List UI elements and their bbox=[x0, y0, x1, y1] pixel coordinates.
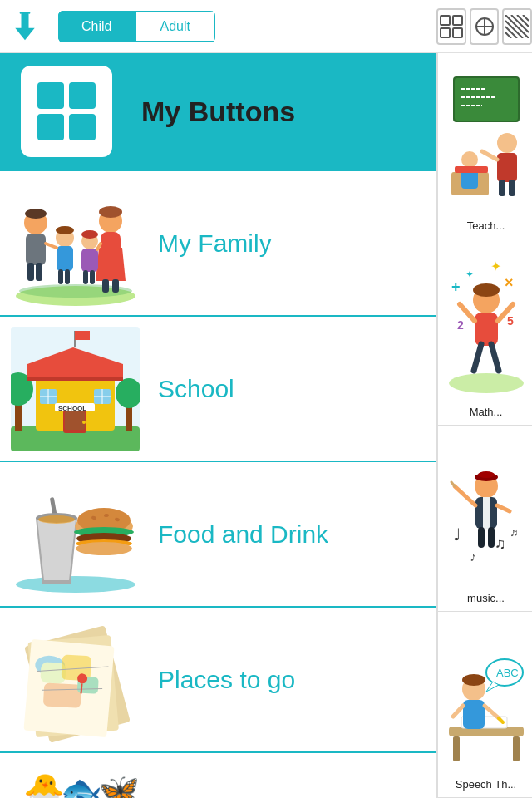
svg-rect-78 bbox=[36, 263, 42, 281]
page-title: My Buttons bbox=[133, 96, 295, 128]
list-item-family-label: My Family bbox=[158, 229, 272, 258]
svg-marker-1 bbox=[15, 27, 34, 39]
logo-inner bbox=[21, 66, 112, 157]
school-illustration: SCHOOL bbox=[11, 327, 140, 451]
list-item-food[interactable]: Food and Drink bbox=[0, 462, 436, 608]
svg-line-145 bbox=[81, 683, 81, 693]
svg-rect-83 bbox=[102, 279, 109, 293]
grid-view-button[interactable] bbox=[436, 8, 466, 45]
logo-cell-2 bbox=[69, 82, 96, 109]
svg-line-13 bbox=[523, 15, 529, 21]
svg-rect-75 bbox=[26, 234, 46, 265]
svg-point-33 bbox=[473, 283, 500, 297]
sidebar-item-math-image: + × 2 5 ✦ ✦ bbox=[438, 246, 532, 404]
svg-rect-105 bbox=[27, 377, 123, 381]
svg-rect-107 bbox=[75, 331, 90, 340]
sidebar-item-teacher[interactable]: Teach... bbox=[438, 53, 532, 239]
svg-line-24 bbox=[482, 151, 497, 160]
svg-rect-93 bbox=[83, 270, 88, 284]
svg-text:+: + bbox=[451, 278, 461, 295]
svg-text:5: 5 bbox=[507, 314, 514, 328]
svg-text:✦: ✦ bbox=[466, 268, 474, 280]
svg-text:♩: ♩ bbox=[453, 525, 461, 544]
list-item-family-image bbox=[8, 179, 141, 308]
list-item-partial[interactable]: 🐣 🐟 🦋 bbox=[0, 753, 436, 798]
svg-rect-109 bbox=[65, 411, 85, 430]
svg-text:×: × bbox=[505, 274, 514, 291]
svg-text:ABC: ABC bbox=[496, 667, 519, 679]
svg-rect-88 bbox=[58, 269, 63, 284]
svg-point-91 bbox=[81, 230, 98, 239]
list-item-places-label: Places to go bbox=[158, 666, 295, 694]
svg-rect-89 bbox=[65, 269, 70, 284]
svg-rect-2 bbox=[20, 12, 31, 14]
hatch-view-button[interactable] bbox=[502, 8, 532, 45]
svg-point-124 bbox=[38, 515, 75, 524]
svg-rect-30 bbox=[455, 166, 488, 173]
svg-text:✦: ✦ bbox=[490, 259, 501, 273]
svg-rect-5 bbox=[441, 28, 450, 37]
list-item-food-label: Food and Drink bbox=[158, 520, 328, 549]
svg-line-50 bbox=[455, 486, 475, 505]
logo-grid bbox=[37, 82, 96, 140]
svg-text:🐣: 🐣 bbox=[23, 771, 65, 798]
svg-rect-94 bbox=[90, 270, 95, 284]
sidebar-item-math-label: Math... bbox=[466, 404, 506, 420]
sidebar-item-music[interactable]: ♩ ♪ ♫ ♬ music... bbox=[438, 426, 532, 612]
main-list: My Family bbox=[0, 170, 436, 798]
svg-rect-140 bbox=[42, 682, 81, 707]
svg-rect-3 bbox=[441, 16, 450, 25]
svg-point-28 bbox=[461, 151, 478, 168]
adult-mode-button[interactable]: Adult bbox=[135, 11, 214, 42]
sidebar-item-teacher-image bbox=[438, 60, 532, 218]
svg-rect-49 bbox=[483, 497, 490, 529]
sidebar-item-speech[interactable]: ABC Speech Th... bbox=[438, 612, 532, 798]
svg-rect-26 bbox=[509, 180, 515, 196]
svg-line-16 bbox=[505, 32, 511, 38]
svg-rect-34 bbox=[475, 313, 498, 346]
svg-rect-77 bbox=[27, 263, 34, 281]
svg-line-15 bbox=[505, 27, 517, 38]
child-mode-button[interactable]: Child bbox=[58, 11, 135, 42]
pattern-view-icon bbox=[473, 15, 496, 38]
sidebar-item-speech-image: ABC bbox=[438, 618, 532, 776]
svg-marker-122 bbox=[37, 520, 76, 580]
svg-rect-65 bbox=[463, 700, 485, 729]
svg-text:♫: ♫ bbox=[495, 535, 506, 552]
svg-text:🐟: 🐟 bbox=[61, 771, 102, 798]
svg-rect-4 bbox=[453, 16, 462, 25]
app-header: My Buttons bbox=[0, 53, 436, 170]
svg-point-22 bbox=[497, 133, 517, 153]
sidebar-item-music-image: ♩ ♪ ♫ ♬ bbox=[438, 432, 532, 590]
music-illustration: ♩ ♪ ♫ ♬ bbox=[445, 441, 528, 582]
top-bar: Child Adult bbox=[0, 0, 532, 53]
svg-rect-6 bbox=[453, 28, 462, 37]
svg-rect-92 bbox=[81, 249, 98, 272]
svg-line-95 bbox=[46, 244, 57, 248]
svg-point-47 bbox=[478, 471, 495, 478]
sidebar-item-math[interactable]: + × 2 5 ✦ ✦ Math... bbox=[438, 239, 532, 426]
back-button[interactable] bbox=[0, 0, 50, 52]
list-item-school[interactable]: SCHOOL School bbox=[0, 317, 436, 462]
svg-text:♪: ♪ bbox=[470, 549, 476, 564]
sidebar-item-music-label: music... bbox=[464, 590, 508, 606]
teacher-illustration bbox=[445, 68, 528, 209]
svg-rect-54 bbox=[488, 527, 495, 548]
list-item-family[interactable]: My Family bbox=[0, 171, 436, 317]
svg-point-86 bbox=[56, 226, 74, 234]
svg-rect-61 bbox=[513, 736, 520, 761]
pattern-view-button[interactable] bbox=[470, 8, 500, 45]
mode-toggle: Child Adult bbox=[58, 11, 215, 42]
svg-text:2: 2 bbox=[457, 318, 464, 332]
svg-line-37 bbox=[474, 344, 481, 371]
svg-line-67 bbox=[453, 706, 463, 717]
svg-point-133 bbox=[76, 542, 132, 555]
list-item-school-label: School bbox=[158, 375, 234, 403]
speech-illustration: ABC bbox=[445, 627, 528, 768]
top-right-icons bbox=[436, 0, 532, 53]
svg-rect-60 bbox=[453, 736, 460, 761]
food-illustration bbox=[11, 472, 140, 597]
hatch-view-icon bbox=[505, 15, 529, 38]
svg-point-31 bbox=[449, 373, 524, 393]
list-item-partial-image: 🐣 🐟 🦋 bbox=[8, 722, 141, 799]
